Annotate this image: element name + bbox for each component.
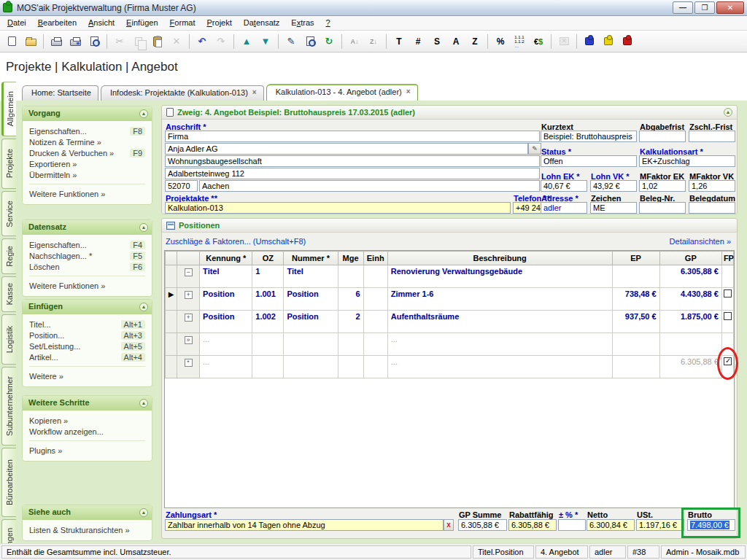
- projektakte-field[interactable]: Kalkulation-013: [165, 202, 511, 214]
- cell-einh[interactable]: [363, 333, 387, 356]
- cell-gp[interactable]: [659, 333, 721, 356]
- cell-gp[interactable]: 1.875,00 €: [659, 311, 721, 333]
- document-tab-1[interactable]: Infodesk: Projektakte (Kalkulation-013)×: [101, 85, 264, 101]
- module-tab-kasse[interactable]: Kasse: [1, 276, 16, 312]
- column-header-einh[interactable]: Einh: [363, 252, 387, 265]
- plz-field[interactable]: 52070: [165, 180, 198, 192]
- sidebar-item[interactable]: Plugins »: [29, 445, 145, 456]
- name-field[interactable]: Anja Adler AG: [165, 143, 528, 155]
- sidebar-item[interactable]: Weitere Funktionen »: [29, 188, 145, 199]
- panel-header[interactable]: Siehe auch▲: [23, 505, 152, 520]
- module-tab-büroarbeiten[interactable]: Büroarbeiten: [1, 448, 16, 517]
- sidebar-item[interactable]: Position...Alt+3: [29, 330, 145, 341]
- print-book-icon[interactable]: [66, 33, 84, 50]
- column-header-blank[interactable]: [166, 252, 177, 265]
- cell-oz[interactable]: 1: [252, 265, 284, 288]
- new-document-icon[interactable]: [3, 33, 20, 50]
- menu-item-datensatz[interactable]: Datensatz: [238, 16, 286, 30]
- menu-item-ansicht[interactable]: Ansicht: [82, 16, 120, 30]
- status-field[interactable]: Offen: [541, 155, 637, 167]
- filter-artikel-button[interactable]: A: [447, 33, 465, 50]
- sidebar-item[interactable]: Weitere Funktionen »: [29, 280, 145, 291]
- document-tab-0[interactable]: Home: Startseite: [22, 85, 98, 101]
- lohn-vk-field[interactable]: 43,92 €: [590, 180, 637, 192]
- cell-gp[interactable]: 6.305,88 €: [659, 265, 721, 288]
- mfaktor-ek-field[interactable]: 1,02: [639, 180, 686, 192]
- firma-field[interactable]: Firma: [165, 131, 540, 142]
- cell-kennung[interactable]: Position: [200, 288, 252, 311]
- cell-kennung[interactable]: ...: [200, 356, 252, 378]
- document-tab-2[interactable]: Kalkulation-013 - 4. Angebot (adler)×: [266, 84, 418, 101]
- plusminus-field[interactable]: [558, 519, 586, 531]
- cell-kennung[interactable]: Titel: [200, 265, 252, 288]
- column-header-kennung[interactable]: Kennung *: [200, 252, 252, 265]
- expand-node-icon[interactable]: +: [185, 314, 193, 322]
- cell-nummer[interactable]: [284, 333, 338, 356]
- column-header-nummer[interactable]: Nummer *: [284, 252, 338, 265]
- panel-header[interactable]: Datensatz▲: [23, 220, 152, 235]
- strasse-field[interactable]: Adalbertsteinweg 112: [165, 168, 540, 179]
- sidebar-item[interactable]: Artikel...Alt+4: [29, 351, 145, 362]
- row-selector-cell[interactable]: [166, 311, 177, 333]
- numbering-icon[interactable]: 1.1.11.1.2…: [511, 33, 528, 50]
- cell-mge[interactable]: [338, 333, 363, 356]
- column-header-blank[interactable]: [177, 252, 200, 265]
- menu-item-datei[interactable]: Datei: [1, 16, 32, 30]
- cell-einh[interactable]: [363, 356, 387, 378]
- minimize-button[interactable]: —: [673, 1, 693, 14]
- undo-icon[interactable]: ↶: [193, 33, 211, 50]
- column-header-ep[interactable]: EP: [612, 252, 659, 265]
- column-header-gp[interactable]: GP: [659, 252, 721, 265]
- row-selector-cell[interactable]: [166, 333, 177, 356]
- table-row-0[interactable]: −Titel1TitelRenovierung Verwaltungsgebäu…: [166, 265, 734, 288]
- positionen-grid[interactable]: Kennung *OZNummer *MgeEinhBeschreibungEP…: [164, 250, 735, 508]
- module-tab-service[interactable]: Service: [1, 191, 16, 236]
- sidebar-item[interactable]: Nachschlagen... *F5: [29, 250, 145, 261]
- cell-nummer[interactable]: [284, 356, 338, 378]
- cell-mge[interactable]: [338, 265, 363, 288]
- tree-cell[interactable]: −: [177, 265, 200, 288]
- zahlungsart-clear-button[interactable]: x: [444, 519, 454, 531]
- table-row-2[interactable]: +Position1.002Position2Aufenthaltsräume9…: [166, 311, 734, 333]
- module-tab-regie[interactable]: Regie: [1, 238, 16, 274]
- cell-gp[interactable]: 6.305,88 €: [659, 356, 721, 378]
- column-header-beschreibung[interactable]: Beschreibung: [387, 252, 612, 265]
- fp-checkbox[interactable]: [724, 312, 732, 320]
- collapse-node-icon[interactable]: −: [185, 268, 193, 276]
- row-selector-cell[interactable]: [166, 356, 177, 378]
- sidebar-item[interactable]: Drucken & Verbuchen »F9: [29, 147, 145, 158]
- table-row-3[interactable]: »......: [166, 333, 734, 356]
- table-row-4[interactable]: *......6.305,88 €: [166, 356, 734, 378]
- rabattfaehig-field[interactable]: 6.305,88 €: [508, 519, 557, 531]
- menu-item-format[interactable]: Format: [164, 16, 201, 30]
- kurztext-field[interactable]: Beispiel: Bruttohauspreis: [541, 131, 637, 142]
- cell-ep[interactable]: [612, 333, 659, 356]
- percent-button[interactable]: %: [492, 33, 509, 50]
- sidebar-item[interactable]: Kopieren »: [29, 415, 145, 426]
- cell-mge[interactable]: 6: [338, 288, 363, 311]
- menu-item-extras[interactable]: Extras: [285, 16, 320, 30]
- table-row-1[interactable]: ▶+Position1.001Position6Zimmer 1-6738,48…: [166, 288, 734, 311]
- ort-field[interactable]: Aachen: [199, 180, 540, 192]
- sidebar-item[interactable]: Übermitteln »: [29, 169, 145, 180]
- sidebar-item[interactable]: Notizen & Termine »: [29, 136, 145, 147]
- cell-oz[interactable]: 1.002: [252, 311, 284, 333]
- mfaktor-vk-field[interactable]: 1,26: [689, 180, 735, 192]
- filter-titel-button[interactable]: T: [390, 33, 408, 50]
- tab-close-icon[interactable]: ×: [406, 88, 411, 96]
- tree-cell[interactable]: *: [177, 356, 200, 378]
- cell-nummer[interactable]: Position: [284, 311, 338, 333]
- zusatz-field[interactable]: Wohnungsbaugesellschaft: [165, 155, 540, 167]
- collapse-panel-icon[interactable]: ▲: [139, 508, 148, 517]
- lohn-ek-field[interactable]: 40,67 €: [541, 180, 587, 192]
- cell-einh[interactable]: [363, 311, 387, 333]
- menu-item-projekt[interactable]: Projekt: [201, 16, 237, 30]
- collapse-section-icon[interactable]: ▲: [724, 108, 732, 117]
- tree-cell[interactable]: +: [177, 311, 200, 333]
- cell-nummer[interactable]: Position: [284, 288, 338, 311]
- gp-summe-field[interactable]: 6.305,88 €: [458, 519, 507, 531]
- beleg-nr-field[interactable]: [639, 202, 686, 214]
- paste-icon[interactable]: [149, 33, 166, 50]
- address-edit-button[interactable]: ✎: [528, 143, 541, 155]
- sidebar-item[interactable]: Listen & Strukturansichten »: [29, 524, 145, 535]
